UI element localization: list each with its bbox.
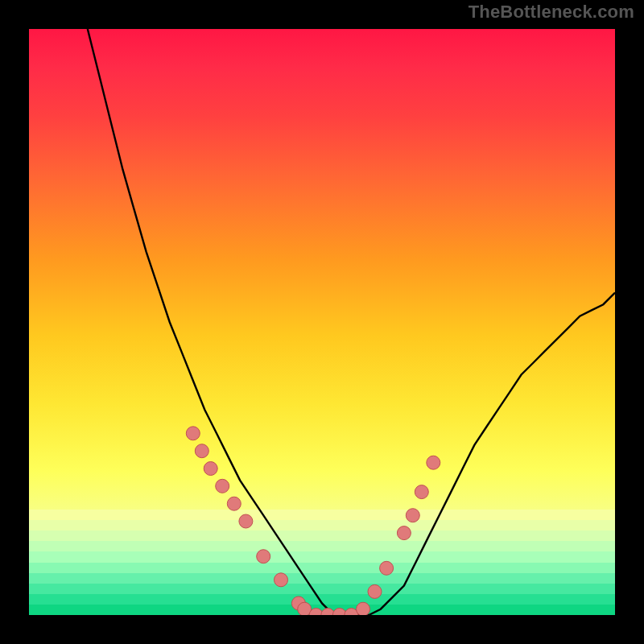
data-point	[186, 427, 200, 440]
data-point	[227, 497, 241, 510]
data-point	[204, 462, 217, 476]
plot-area	[29, 29, 615, 615]
data-point	[357, 602, 370, 615]
data-point	[397, 526, 411, 540]
data-point	[427, 456, 440, 469]
data-point	[257, 550, 270, 564]
data-point	[406, 509, 419, 522]
data-point	[195, 444, 208, 458]
data-point	[216, 479, 229, 493]
data-point	[415, 485, 428, 499]
chart-stage: TheBottleneck.com	[0, 0, 644, 644]
data-point	[275, 573, 288, 587]
chart-svg	[29, 29, 615, 615]
watermark-text: TheBottleneck.com	[469, 2, 634, 23]
v-curve	[88, 29, 615, 615]
data-point	[380, 561, 394, 575]
data-point	[368, 584, 382, 598]
data-point	[239, 514, 253, 528]
